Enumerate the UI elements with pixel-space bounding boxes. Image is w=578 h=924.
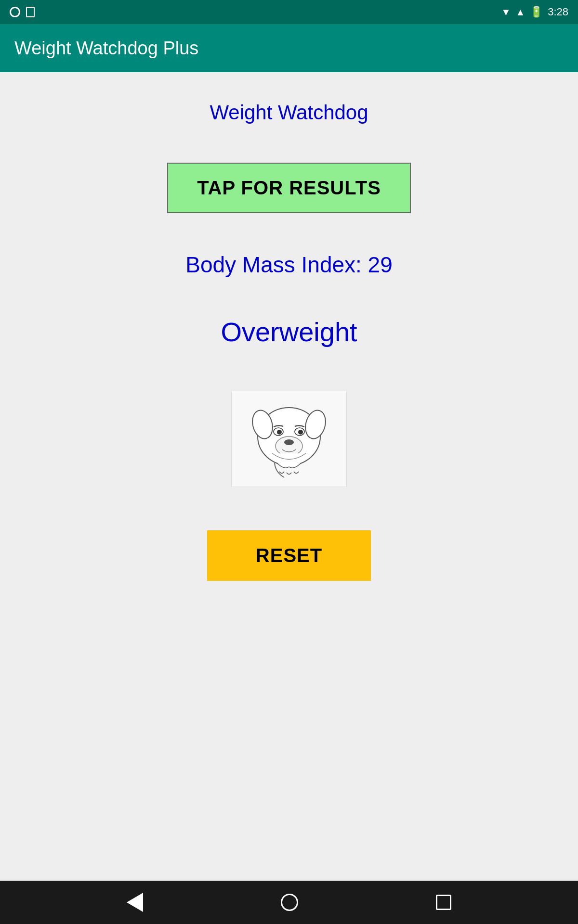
svg-point-8 — [284, 439, 294, 445]
tap-for-results-button[interactable]: TAP FOR RESULTS — [167, 163, 411, 213]
back-button[interactable] — [127, 893, 143, 912]
status-bar-left — [10, 7, 35, 17]
main-content: Weight Watchdog TAP FOR RESULTS Body Mas… — [0, 72, 578, 881]
nav-bar — [0, 881, 578, 924]
status-bar: ▼ ▲ 🔋 3:28 — [0, 0, 578, 24]
svg-point-6 — [298, 430, 303, 435]
app-bar: Weight Watchdog Plus — [0, 24, 578, 72]
reset-button[interactable]: RESET — [207, 530, 371, 581]
signal-icon: ▲ — [515, 7, 525, 18]
bmi-label: Body Mass Index: 29 — [185, 252, 393, 278]
battery-icon: 🔋 — [530, 6, 543, 18]
sync-icon — [10, 7, 20, 17]
svg-point-4 — [277, 430, 282, 435]
weight-status-label: Overweight — [221, 316, 357, 347]
sim-icon — [26, 7, 35, 17]
recent-apps-button[interactable] — [436, 895, 451, 910]
status-bar-right: ▼ ▲ 🔋 3:28 — [501, 6, 568, 18]
status-time: 3:28 — [548, 6, 568, 18]
dog-image — [231, 391, 347, 487]
app-subtitle: Weight Watchdog — [210, 101, 368, 124]
wifi-icon: ▼ — [501, 7, 511, 18]
app-bar-title: Weight Watchdog Plus — [14, 38, 198, 59]
dog-svg — [241, 396, 337, 482]
home-button[interactable] — [281, 894, 298, 911]
